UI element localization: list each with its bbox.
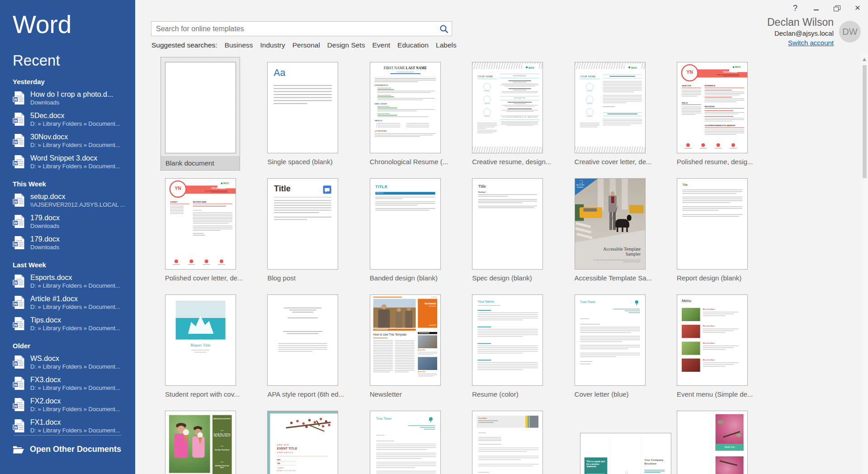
window-controls: ? × (785, 2, 868, 14)
template-card[interactable]: TitleHeading 1Spec design (blank) (456, 173, 558, 289)
template-caption: Event menu (Simple de... (677, 390, 764, 398)
recent-file-item[interactable]: W FX1.docx D: » Library Folders » Docume… (13, 418, 131, 435)
thumbnail-art: MenuMenu Item NameMenu Item NameMenu Ite… (677, 295, 747, 385)
thumb-decoration (376, 462, 436, 462)
thumb-decoration (193, 229, 232, 229)
template-card[interactable]: thank you (661, 406, 763, 474)
template-card[interactable]: MOOYOUR NAMECreative cover letter, de... (559, 57, 661, 173)
recent-file-item[interactable]: W Word Snippet 3.docx D: » Library Folde… (13, 154, 131, 171)
recent-file-item[interactable]: W Tips.docx D: » Library Folders » Docum… (13, 316, 131, 333)
thumb-decoration (406, 123, 407, 123)
thumb-decoration (478, 370, 523, 370)
template-card[interactable]: YOUR NAMEYNMOOCONTACTRECIPIENT NAMEPolis… (149, 173, 251, 289)
recent-file-item[interactable]: W 179.docx Downloads (13, 235, 131, 252)
scrollbar[interactable] (861, 53, 868, 474)
template-card[interactable]: MOOYOUR NAMEEXPERIENCEEDUCATIONVOLUNTEER… (456, 57, 558, 173)
thumb-decoration (603, 98, 642, 99)
badge-arrow-icon (579, 180, 583, 184)
recent-file-item[interactable]: W Esports.docx D: » Library Folders » Do… (13, 273, 131, 290)
menu-photo (682, 359, 700, 372)
minimize-button[interactable] (806, 2, 826, 14)
thumb-decoration (580, 338, 640, 338)
thumb-decoration (478, 313, 538, 313)
thumb-decoration (626, 227, 627, 232)
file-name: 179.docx (30, 235, 60, 243)
thumb-decoration (580, 324, 599, 324)
suggested-search-link[interactable]: Business (225, 41, 253, 49)
template-card[interactable]: Your NameCover letter (blue) (559, 289, 661, 406)
switch-account-link[interactable]: Switch account (767, 39, 834, 47)
file-name: Esports.docx (30, 273, 120, 282)
recent-file-item[interactable]: W FX2.docx D: » Library Folders » Docume… (13, 397, 131, 414)
recent-group-label: Yesterday (13, 78, 131, 86)
thumb-decoration (375, 203, 435, 204)
thumb-decoration (703, 347, 734, 348)
thumb-decoration (705, 134, 736, 135)
template-card[interactable]: This is a great spot for a mission state… (559, 406, 661, 474)
template-card[interactable]: EVENT INTROEVENT TITLEEVENT SUBTITLEDATE… (251, 406, 354, 474)
recent-file-item[interactable]: W setup.docx \\AJSERVER2012.AJSYS.LOCAL … (13, 192, 131, 209)
thumb-decoration (395, 372, 408, 372)
avatar[interactable]: DW (839, 21, 861, 43)
template-card[interactable]: Your Name (456, 406, 558, 474)
suggested-search-link[interactable]: Event (372, 41, 390, 49)
recent-file-item[interactable]: W 5Dec.docx D: » Library Folders » Docum… (13, 111, 131, 128)
restore-button[interactable] (826, 2, 847, 14)
thumbnail-art: Your Name (472, 411, 542, 474)
open-other-documents-button[interactable]: Open Other Documents (0, 436, 135, 454)
template-card[interactable]: TitleReport design (blank) (661, 173, 763, 289)
thumb-decoration (580, 318, 589, 319)
scroll-up-arrow-icon[interactable] (863, 58, 866, 61)
template-card[interactable]: FIRST NAME LAST NAMEEXPERIENCEEDUCATIONS… (354, 57, 456, 173)
template-card[interactable]: Your NameResume (color) (456, 289, 558, 406)
thumbnail-art: YOUR NAMEYNMOOCONTACTRECIPIENT NAME (165, 179, 236, 269)
template-card[interactable]: TitleBlog post (251, 173, 354, 289)
suggested-search-link[interactable]: Labels (436, 41, 457, 49)
template-card[interactable]: Your Name (354, 406, 456, 474)
thumb-decoration (478, 368, 538, 368)
suggested-search-link[interactable]: Education (397, 41, 429, 49)
template-card[interactable]: NorthwindNewsletterJanuary 6thHow to Use… (354, 289, 456, 406)
template-card-selected[interactable]: Blank document (160, 57, 240, 171)
recent-file-item[interactable]: W 179.docx Downloads (13, 213, 131, 231)
recent-file-item[interactable]: W WS.docx D: » Library Folders » Documen… (13, 354, 131, 371)
template-card[interactable]: TITLEHEADING 1Banded design (blank) (354, 173, 456, 289)
menu-photo (682, 325, 700, 338)
thumb-decoration (705, 88, 744, 88)
suggested-search-link[interactable]: Personal (292, 41, 320, 49)
svg-text:W: W (14, 199, 18, 204)
thumb-decoration (478, 310, 491, 311)
template-search-box[interactable] (151, 21, 452, 36)
template-card[interactable]: YOUR NAMEYNMOOOBJECTIVESKILLSEXPERIENCEE… (661, 57, 763, 173)
recent-file-item[interactable]: W FX3.docx D: » Library Folders » Docume… (13, 375, 131, 393)
thumb-decoration (617, 227, 618, 232)
thumb-decoration (418, 354, 433, 355)
template-card[interactable]: AaSingle spaced (blank) (251, 57, 354, 173)
scrollbar-thumb[interactable] (863, 65, 867, 178)
search-icon[interactable] (439, 24, 449, 34)
thumb-decoration (730, 148, 737, 148)
recent-file-item[interactable]: W How do I crop a photo.d... Downloads (13, 90, 131, 107)
template-caption: Accessible Template Sa... (575, 274, 661, 282)
template-card[interactable]: Report TitleStudent report with cov... (149, 289, 251, 406)
recent-file-item[interactable]: W Article #1.docx D: » Library Folders »… (13, 294, 131, 312)
search-input[interactable] (151, 25, 439, 33)
template-card[interactable]: APA style report (6th ed... (251, 289, 354, 406)
suggested-search-link[interactable]: Industry (260, 41, 285, 49)
thumb-decoration (514, 104, 526, 104)
thumb-decoration (373, 363, 392, 364)
thumb-decoration (395, 342, 414, 342)
recent-file-text: 5Dec.docx D: » Library Folders » Documen… (30, 111, 120, 128)
close-button[interactable]: × (847, 1, 868, 14)
template-card[interactable]: Add Key Event Info Here!Don't Be Shy—Tel… (149, 406, 251, 474)
thumb-decoration (478, 362, 538, 363)
template-card[interactable]: MenuMenu Item NameMenu Item NameMenu Ite… (661, 289, 763, 406)
badge-text: AccessibleTemplate (576, 184, 585, 188)
template-thumbnail: Aa (267, 62, 338, 153)
recent-file-item[interactable]: W 30Nov.docx D: » Library Folders » Docu… (13, 133, 131, 150)
thumb-decoration (484, 104, 490, 104)
template-card[interactable]: Accessible Template SamplerA sample of t… (559, 173, 661, 289)
help-button[interactable]: ? (785, 2, 806, 14)
suggested-search-link[interactable]: Design Sets (327, 41, 365, 49)
file-path: D: » Library Folders » Document... (30, 363, 120, 370)
